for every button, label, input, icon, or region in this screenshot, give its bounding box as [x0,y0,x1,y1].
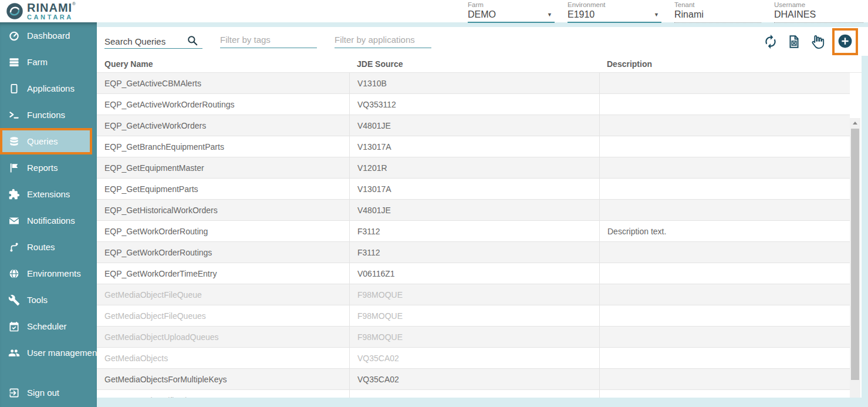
table-row[interactable]: EQP_GetEquipmentMasterV1201R [97,157,850,179]
jde-source-cell: F3112 [349,221,599,241]
sidebar-item-label: Functions [27,110,65,120]
sidebar: DashboardFarmApplicationsFunctionsQuerie… [0,22,97,407]
chevron-down-icon: ▼ [654,12,659,18]
sidebar-item-reports[interactable]: Reports [0,154,97,181]
sidebar-item-farm[interactable]: Farm [0,49,97,75]
table-row[interactable]: EQP_GetWorkOrderTimeEntryV06116Z1 [97,263,850,284]
query-name-cell: EQP_GetHistoricalWorkOrders [97,200,349,220]
table-row[interactable]: GetMediaObjectFileQueuesF98MOQUE [97,305,850,327]
jde-source-cell: V1310B [349,73,599,93]
farm-icon [8,56,20,68]
queries-table-body: EQP_GetActiveCBMAlertsV1310BEQP_GetActiv… [97,72,862,398]
sidebar-item-routes[interactable]: Routes [0,234,97,260]
query-name-cell: GetMediaObjectUploadQueues [97,327,349,347]
tools-icon [8,294,20,306]
table-row[interactable]: EQP_GetWorkOrderRoutingF3112Description … [97,221,850,242]
queries-toolbar [97,27,862,56]
vertical-scrollbar[interactable] [850,118,860,398]
tenant-label: Tenant [674,1,761,8]
sidebar-item-environments[interactable]: Environments [0,260,97,287]
query-name-cell: EQP_GetEquipmentParts [97,179,349,199]
query-name-cell: EQP_GetEquipmentMaster [97,157,349,178]
table-row[interactable]: GetMediaObjectsVQ35CA02 [97,348,850,369]
sidebar-item-queries[interactable]: Queries [0,128,92,154]
table-row[interactable]: GetNewBatchNotificationsF986110A [97,390,850,398]
notifications-icon [8,215,20,227]
query-name-cell: GetMediaObjectFileQueues [97,305,349,326]
table-row[interactable]: GetMediaObjectsForMultipleKeysVQ35CA02 [97,369,850,390]
filter-tags-input[interactable] [220,35,317,45]
environment-select[interactable]: Environment E1910▼ [568,1,661,23]
jde-source-cell: F98MOQUE [349,327,599,347]
refresh-button[interactable] [763,34,778,49]
extensions-icon [8,189,20,200]
dashboard-icon [8,30,20,42]
table-row[interactable]: EQP_GetEquipmentPartsV13017A [97,179,850,200]
table-header-row: Query Name JDE Source Description [97,56,862,72]
rinami-logo-icon [6,2,23,20]
sidebar-item-label: Queries [27,136,58,146]
filter-by-tags-field [220,35,317,48]
description-cell [599,73,850,93]
sidebar-item-label: Reports [27,163,58,173]
query-name-cell: GetNewBatchNotifications [97,390,349,398]
description-cell [599,348,850,368]
sidebar-item-user-management[interactable]: User management [0,339,97,366]
filter-by-applications-field [335,35,431,48]
table-row[interactable]: EQP_GetHistoricalWorkOrdersV4801JE [97,200,850,221]
table-row[interactable]: GetMediaObjectUploadQueuesF98MOQUE [97,327,850,348]
description-cell [599,242,850,263]
jde-source-cell: V4801JE [349,115,599,136]
filter-applications-input[interactable] [335,35,431,45]
description-cell [599,305,850,326]
sidebar-item-notifications[interactable]: Notifications [0,207,97,234]
logo-subtitle: CANTARA [27,14,76,21]
scrollbar-up-button[interactable] [850,118,860,127]
add-query-button[interactable] [832,28,858,55]
chevron-down-icon: ▼ [547,12,552,18]
query-name-cell: GetMediaObjectsForMultipleKeys [97,369,349,389]
jde-source-cell: VQ35CA02 [349,369,599,389]
sidebar-item-dashboard[interactable]: Dashboard [0,22,97,49]
jde-source-cell: V13017A [349,136,599,157]
table-row[interactable]: EQP_GetActiveWorkOrdersV4801JE [97,115,850,136]
scrollbar-thumb[interactable] [851,129,859,380]
table-row[interactable]: EQP_GetActiveCBMAlertsV1310B [97,73,850,94]
queries-icon [8,136,20,147]
farm-select[interactable]: Farm DEMO▼ [468,1,555,23]
username-label: Username [774,1,863,8]
session-fields: Farm DEMO▼ Environment E1910▼ Tenant Rin… [455,1,863,23]
environments-icon [8,268,20,280]
jde-source-cell: VQ353112 [349,94,599,115]
sidebar-nav: DashboardFarmApplicationsFunctionsQuerie… [0,22,97,366]
search-input[interactable] [104,36,187,46]
query-name-cell: GetMediaObjects [97,348,349,368]
table-row[interactable]: GetMediaObjectFileQueueF98MOQUE [97,284,850,305]
description-cell [599,115,850,136]
sidebar-item-extensions[interactable]: Extensions [0,181,97,207]
search-icon[interactable] [187,35,198,46]
table-row[interactable]: EQP_GetBranchEquipmentPartsV13017A [97,136,850,157]
jde-source-cell: VQ35CA02 [349,348,599,368]
sidebar-item-sign-out[interactable]: Sign out [0,379,97,406]
add-icon [837,33,853,49]
toolbar-actions [755,28,862,55]
description-cell [599,136,850,157]
sidebar-item-tools[interactable]: Tools [0,287,97,313]
column-header-query-name: Query Name [97,59,349,69]
sidebar-item-applications[interactable]: Applications [0,75,97,102]
sidebar-item-scheduler[interactable]: Scheduler [0,313,97,339]
sidebar-item-functions[interactable]: Functions [0,102,97,128]
scroll-up-arrow-icon [853,122,857,125]
export-excel-button[interactable] [786,34,802,49]
user-management-icon [8,347,20,359]
toolbar-background-strip [862,27,868,56]
column-header-jde-source: JDE Source [349,59,599,69]
jde-source-cell: V4801JE [349,200,599,220]
table-row[interactable]: EQP_GetWorkOrderRoutingsF3112 [97,242,850,263]
sidebar-item-label: Extensions [27,189,70,199]
jde-source-cell: V13017A [349,179,599,199]
table-row[interactable]: EQP_GetActiveWorkOrderRoutingsVQ353112 [97,94,850,115]
queries-panel: Query Name JDE Source Description EQP_Ge… [97,27,862,398]
hand-pointer-button[interactable] [810,34,825,49]
